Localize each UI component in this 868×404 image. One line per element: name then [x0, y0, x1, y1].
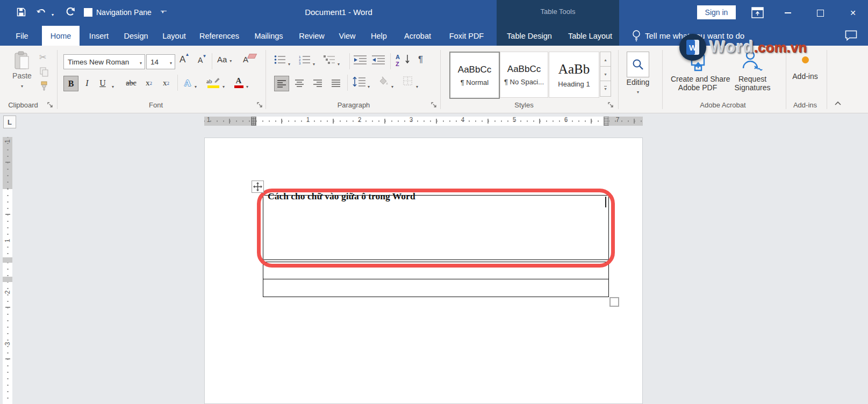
bold-button[interactable]: B	[63, 76, 78, 91]
bullets-dropdown-icon[interactable]	[288, 58, 290, 68]
vruler-row-marker[interactable]	[3, 277, 12, 282]
tab-layout[interactable]: Layout	[158, 26, 190, 46]
numbering-dropdown-icon[interactable]	[313, 58, 315, 68]
comment-icon[interactable]	[845, 30, 857, 41]
hruler-num: 2	[355, 116, 364, 124]
font-color-dropdown-icon[interactable]	[246, 81, 248, 90]
font-dialog-launcher-icon[interactable]	[257, 102, 263, 108]
grow-font-button[interactable]: A▲	[180, 54, 185, 65]
table-row-2[interactable]	[263, 262, 609, 279]
text-highlight-button[interactable]: ab	[206, 76, 220, 88]
font-family-select[interactable]: Times New Roman	[63, 54, 145, 69]
strikethrough-button[interactable]: abc	[123, 76, 140, 90]
redo-icon[interactable]	[66, 6, 76, 17]
collapse-ribbon-icon[interactable]	[834, 100, 842, 106]
borders-button[interactable]	[403, 76, 412, 85]
align-center-button[interactable]	[292, 76, 306, 90]
tab-design[interactable]: Design	[119, 26, 153, 46]
undo-icon[interactable]	[36, 7, 47, 17]
editing-button[interactable]: Editing	[619, 78, 657, 95]
undo-dropdown-icon[interactable]	[52, 9, 54, 18]
minimize-button[interactable]	[776, 0, 800, 26]
clear-formatting-button[interactable]: A	[243, 55, 248, 64]
align-right-button[interactable]	[311, 76, 325, 90]
justify-button[interactable]	[329, 76, 343, 90]
multilevel-list-button[interactable]	[324, 55, 335, 64]
save-icon[interactable]	[17, 8, 26, 17]
vruler-row-marker[interactable]	[3, 257, 12, 263]
multilevel-dropdown-icon[interactable]	[338, 58, 340, 68]
tab-table-layout[interactable]: Table Layout	[562, 26, 618, 46]
ruler-bar: L 1 1 2 3 4 5 6 7	[0, 113, 868, 128]
numbering-button[interactable]: 123	[299, 55, 311, 64]
subscript-button[interactable]: x2	[142, 76, 156, 90]
find-button[interactable]	[627, 52, 649, 77]
bullets-button[interactable]	[274, 55, 286, 64]
table-move-handle[interactable]	[252, 181, 264, 193]
tab-view[interactable]: View	[333, 26, 361, 46]
italic-button[interactable]: I	[82, 76, 92, 90]
navigation-pane-label: Navigation Pane	[96, 8, 152, 17]
tab-mailings[interactable]: Mailings	[247, 26, 290, 46]
styles-more-icon[interactable]: ▾	[600, 81, 611, 97]
cut-icon[interactable]: ✂	[39, 52, 46, 62]
text-effects-dropdown-icon[interactable]	[195, 81, 197, 90]
styles-dialog-launcher-icon[interactable]	[608, 102, 614, 108]
hruler-num: 1	[303, 116, 313, 124]
table-resize-handle[interactable]	[609, 297, 619, 307]
line-spacing-button[interactable]	[353, 77, 365, 86]
tab-table-design[interactable]: Table Design	[501, 26, 558, 46]
copy-icon[interactable]	[40, 67, 48, 77]
decrease-indent-button[interactable]	[354, 55, 367, 64]
font-color-button[interactable]: A	[233, 76, 244, 88]
ribbon-display-options-icon[interactable]	[751, 7, 764, 18]
maximize-button[interactable]	[808, 0, 833, 26]
navigation-pane-checkbox[interactable]	[84, 8, 92, 17]
paste-button[interactable]: Paste	[8, 51, 37, 96]
table-row-1[interactable]	[263, 195, 609, 260]
show-formatting-marks-button[interactable]: ¶	[418, 54, 423, 65]
vruler-text-area[interactable]	[3, 189, 12, 257]
line-spacing-dropdown-icon[interactable]	[368, 81, 370, 90]
tab-review[interactable]: Review	[295, 26, 329, 46]
shrink-font-button[interactable]: A▼	[198, 56, 203, 64]
superscript-button[interactable]: x2	[159, 76, 173, 90]
style-no-spacing[interactable]: AaBbCc ¶ No Spaci...	[500, 52, 548, 98]
close-button[interactable]	[841, 0, 865, 26]
tab-stop-selector[interactable]: L	[3, 116, 16, 128]
text-cursor	[605, 197, 606, 207]
hruler-table-left-marker[interactable]	[251, 117, 256, 126]
underline-button[interactable]: U	[97, 76, 109, 90]
tab-acrobat[interactable]: Acrobat	[397, 26, 439, 46]
table-cell-text[interactable]: Cách cho chữ vào giữa ô trong Word	[268, 191, 415, 202]
hruler-table-right-marker[interactable]	[604, 117, 609, 126]
underline-dropdown-icon[interactable]	[112, 81, 114, 90]
vruler-text-area[interactable]	[3, 263, 12, 277]
styles-scroll-down-icon[interactable]: ▾	[600, 66, 611, 82]
shading-button[interactable]	[378, 76, 389, 85]
tab-help[interactable]: Help	[365, 26, 392, 46]
sort-button[interactable]: A Z	[396, 53, 408, 67]
format-painter-icon[interactable]	[40, 81, 48, 91]
tab-insert[interactable]: Insert	[84, 26, 114, 46]
clipboard-dialog-launcher-icon[interactable]	[47, 102, 53, 108]
table-row-3[interactable]	[263, 279, 609, 297]
increase-indent-button[interactable]	[372, 55, 385, 64]
style-normal[interactable]: AaBbCc ¶ Normal	[449, 52, 500, 99]
shading-dropdown-icon[interactable]	[391, 81, 393, 90]
tab-home[interactable]: Home	[42, 26, 80, 46]
tab-file[interactable]: File	[10, 26, 34, 46]
sign-in-button[interactable]: Sign in	[697, 5, 736, 19]
paragraph-dialog-launcher-icon[interactable]	[431, 102, 437, 108]
align-left-button[interactable]	[274, 76, 289, 91]
text-highlight-dropdown-icon[interactable]	[223, 81, 225, 90]
borders-dropdown-icon[interactable]	[416, 81, 418, 90]
tab-references[interactable]: References	[196, 26, 243, 46]
quick-access-toolbar-overflow-icon[interactable]	[161, 11, 167, 11]
style-heading-1[interactable]: AaBb Heading 1	[549, 52, 599, 98]
font-size-select[interactable]: 14	[146, 54, 175, 69]
tab-foxit-pdf[interactable]: Foxit PDF	[443, 26, 490, 46]
text-effects-button[interactable]: A	[182, 76, 193, 90]
change-case-button[interactable]: Aa	[217, 55, 232, 64]
styles-scroll-up-icon[interactable]: ▴	[600, 52, 611, 68]
